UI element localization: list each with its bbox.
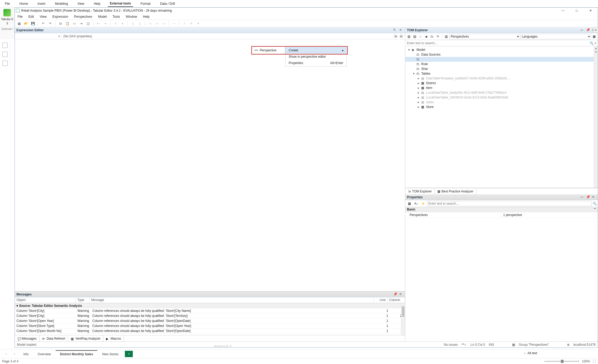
pbi-ribbon-file[interactable]: File xyxy=(3,1,12,7)
pbi-ribbon-external-tools[interactable]: External tools xyxy=(108,1,133,7)
pbi-ribbon-home[interactable]: Home xyxy=(17,1,30,7)
pbi-ribbon-view[interactable]: View xyxy=(75,1,86,7)
pbi-ribbon: File Home Insert Modeling View Help Exte… xyxy=(0,0,598,7)
pbi-ribbon-modeling[interactable]: Modeling xyxy=(53,1,70,7)
pbi-ribbon-format[interactable]: Format xyxy=(138,1,153,7)
pbi-ribbon-data-drill[interactable]: Data / Drill xyxy=(158,1,177,7)
pbi-ribbon-help[interactable]: Help xyxy=(92,1,103,7)
pbi-ribbon-insert[interactable]: Insert xyxy=(35,1,47,7)
